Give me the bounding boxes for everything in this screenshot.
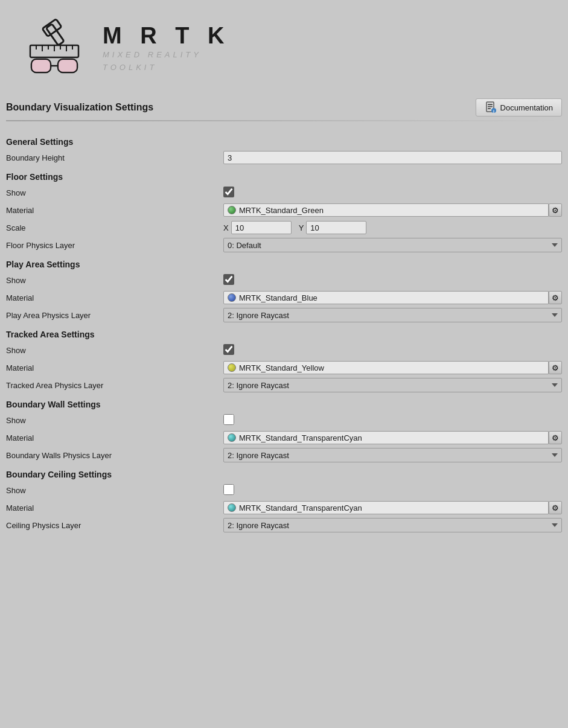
section-title: Boundary Visualization Settings <box>6 102 153 113</box>
floor-material-value: MRTK_Standard_Green ⚙ <box>223 203 562 217</box>
svg-text:i: i <box>493 109 494 113</box>
ceiling-material-input[interactable]: MRTK_Standard_TransparentCyan <box>223 501 549 514</box>
play-show-label: Show <box>6 276 223 285</box>
play-physics-layer-select[interactable]: 0: Default 1: TransparentFX 2: Ignore Ra… <box>223 308 562 322</box>
wall-physics-layer-select[interactable]: 0: Default 1: TransparentFX 2: Ignore Ra… <box>223 448 562 462</box>
play-material-row: Material MRTK_Standard_Blue ⚙ <box>6 290 562 305</box>
ceiling-physics-layer-label: Ceiling Physics Layer <box>6 521 223 530</box>
boundary-wall-settings-label: Boundary Wall Settings <box>6 400 562 409</box>
play-physics-layer-value: 0: Default 1: TransparentFX 2: Ignore Ra… <box>223 308 562 322</box>
play-physics-layer-label: Play Area Physics Layer <box>6 311 223 320</box>
ceiling-material-gear[interactable]: ⚙ <box>549 501 562 514</box>
tracked-show-label: Show <box>6 346 223 355</box>
wall-show-checkbox[interactable] <box>223 414 234 425</box>
play-show-checkbox[interactable] <box>223 274 234 285</box>
doc-icon: i <box>485 101 497 113</box>
boundary-height-value <box>223 151 562 164</box>
floor-scale-value: X Y <box>223 221 562 234</box>
play-material-text: MRTK_Standard_Blue <box>239 293 318 302</box>
ceiling-physics-layer-select[interactable]: 0: Default 1: TransparentFX 2: Ignore Ra… <box>223 518 562 532</box>
floor-show-label: Show <box>6 188 223 197</box>
tracked-material-gear[interactable]: ⚙ <box>549 361 562 374</box>
main-content: General Settings Boundary Height Floor S… <box>0 127 568 541</box>
ceiling-show-label: Show <box>6 486 223 495</box>
documentation-button[interactable]: i Documentation <box>476 98 562 117</box>
floor-settings-label: Floor Settings <box>6 172 562 182</box>
tracked-physics-layer-row: Tracked Area Physics Layer 0: Default 1:… <box>6 378 562 392</box>
ceiling-show-checkbox[interactable] <box>223 484 234 495</box>
tracked-material-row: Material MRTK_Standard_Yellow ⚙ <box>6 360 562 375</box>
ceiling-material-text: MRTK_Standard_TransparentCyan <box>239 503 362 512</box>
ceiling-show-row: Show <box>6 483 562 497</box>
wall-material-dot <box>228 433 236 442</box>
scale-y-input[interactable] <box>306 221 366 234</box>
floor-scale-row: Scale X Y <box>6 220 562 235</box>
play-show-value <box>223 274 562 287</box>
title-block: M R T K MIXED REALITY TOOLKIT <box>103 23 230 74</box>
wall-material-text: MRTK_Standard_TransparentCyan <box>239 433 362 442</box>
boundary-height-row: Boundary Height <box>6 150 562 165</box>
floor-physics-layer-label: Floor Physics Layer <box>6 241 223 250</box>
tracked-material-label: Material <box>6 363 223 372</box>
scale-x-label: X <box>223 223 229 232</box>
header: M R T K MIXED REALITY TOOLKIT <box>0 0 568 94</box>
tracked-show-checkbox[interactable] <box>223 344 234 355</box>
wall-physics-layer-value: 0: Default 1: TransparentFX 2: Ignore Ra… <box>223 448 562 462</box>
play-material-input[interactable]: MRTK_Standard_Blue <box>223 291 549 304</box>
wall-show-value <box>223 414 562 427</box>
ceiling-material-label: Material <box>6 503 223 512</box>
floor-scale-label: Scale <box>6 223 223 232</box>
floor-material-gear[interactable]: ⚙ <box>549 203 562 217</box>
tracked-physics-layer-value: 0: Default 1: TransparentFX 2: Ignore Ra… <box>223 378 562 392</box>
tracked-material-dot <box>228 363 236 372</box>
tracked-show-value <box>223 344 562 357</box>
tracked-physics-layer-select[interactable]: 0: Default 1: TransparentFX 2: Ignore Ra… <box>223 378 562 392</box>
floor-physics-layer-select[interactable]: 0: Default 1: TransparentFX 2: Ignore Ra… <box>223 238 562 252</box>
boundary-height-input[interactable] <box>223 151 562 164</box>
ceiling-material-value: MRTK_Standard_TransparentCyan ⚙ <box>223 501 562 514</box>
floor-material-input[interactable]: MRTK_Standard_Green <box>223 203 549 217</box>
mrtk-logo <box>18 12 91 85</box>
svg-rect-16 <box>488 104 493 105</box>
tracked-material-text: MRTK_Standard_Yellow <box>239 363 324 372</box>
general-settings-label: General Settings <box>6 137 562 147</box>
floor-material-label: Material <box>6 206 223 215</box>
floor-material-text: MRTK_Standard_Green <box>239 206 324 215</box>
ceiling-physics-layer-row: Ceiling Physics Layer 0: Default 1: Tran… <box>6 518 562 532</box>
floor-show-checkbox[interactable] <box>223 187 234 197</box>
wall-material-gear[interactable]: ⚙ <box>549 431 562 444</box>
play-material-gear[interactable]: ⚙ <box>549 291 562 304</box>
wall-material-value: MRTK_Standard_TransparentCyan ⚙ <box>223 431 562 444</box>
scale-x-input[interactable] <box>231 221 292 234</box>
tracked-area-settings-label: Tracked Area Settings <box>6 330 562 339</box>
tracked-material-input[interactable]: MRTK_Standard_Yellow <box>223 361 549 374</box>
floor-show-row: Show <box>6 185 562 200</box>
play-material-dot <box>228 293 236 302</box>
wall-show-row: Show <box>6 413 562 427</box>
svg-rect-17 <box>488 106 493 107</box>
play-material-value: MRTK_Standard_Blue ⚙ <box>223 291 562 304</box>
app-subtitle-1: MIXED REALITY <box>103 49 230 62</box>
tracked-material-value: MRTK_Standard_Yellow ⚙ <box>223 361 562 374</box>
floor-physics-layer-row: Floor Physics Layer 0: Default 1: Transp… <box>6 238 562 252</box>
tracked-show-row: Show <box>6 343 562 357</box>
wall-physics-layer-label: Boundary Walls Physics Layer <box>6 451 223 460</box>
svg-rect-13 <box>32 60 50 72</box>
wall-material-input[interactable]: MRTK_Standard_TransparentCyan <box>223 431 549 444</box>
section-header: Boundary Visualization Settings i Docume… <box>0 94 568 120</box>
boundary-ceiling-settings-label: Boundary Ceiling Settings <box>6 470 562 479</box>
svg-rect-18 <box>488 108 491 109</box>
app-subtitle-2: TOOLKIT <box>103 62 230 74</box>
documentation-label: Documentation <box>500 103 553 112</box>
tracked-physics-layer-label: Tracked Area Physics Layer <box>6 381 223 390</box>
play-physics-layer-row: Play Area Physics Layer 0: Default 1: Tr… <box>6 308 562 322</box>
ceiling-show-value <box>223 484 562 497</box>
section-divider <box>6 120 562 121</box>
floor-material-dot <box>228 206 236 214</box>
floor-material-row: Material MRTK_Standard_Green ⚙ <box>6 203 562 217</box>
scale-y-label: Y <box>299 223 304 232</box>
wall-material-row: Material MRTK_Standard_TransparentCyan ⚙ <box>6 430 562 445</box>
svg-rect-14 <box>59 60 77 72</box>
floor-show-value <box>223 187 562 199</box>
wall-show-label: Show <box>6 416 223 425</box>
